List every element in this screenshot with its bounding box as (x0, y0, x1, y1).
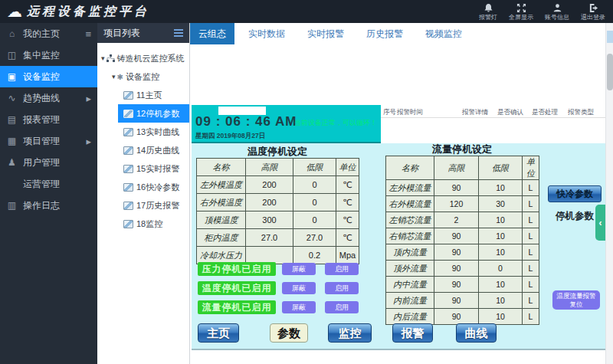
header-name: 名称 (197, 159, 246, 176)
tree-item[interactable]: 18监控 (118, 215, 189, 233)
shutdown-params-button[interactable]: 停机参数 (548, 208, 602, 224)
alarm-col-detail: 报警详情 (462, 108, 488, 117)
sidebar-item-home[interactable]: ⌂ 我的主页 ≡ (0, 23, 97, 44)
nav-alarm-button[interactable]: 报警 (392, 323, 433, 343)
quick-cool-params-button[interactable]: 快冷参数 (548, 185, 602, 202)
low-limit-cell[interactable]: 10 (479, 180, 523, 196)
sidebar-item-operation-management[interactable]: 运营管理 (0, 173, 97, 195)
low-limit-cell[interactable]: 10 (479, 228, 523, 244)
high-limit-cell[interactable]: 90 (434, 277, 479, 293)
tree-item[interactable]: 13实时曲线 (118, 123, 189, 141)
alarm-col-type: 报警类型 (568, 108, 594, 117)
tree-item[interactable]: 17历史报警 (118, 196, 189, 215)
log-icon: ▥ (6, 200, 18, 211)
sidebar-item-user-management[interactable]: ♟ 用户管理 (0, 152, 97, 173)
high-limit-cell[interactable]: 90 (434, 228, 479, 244)
sidebar-item-label: 操作日志 (23, 199, 60, 212)
sidebar-item-operation-log[interactable]: ▥ 操作日志 (0, 195, 97, 216)
caret-down-icon[interactable]: ▾ (101, 54, 105, 62)
sidebar-item-central-monitoring[interactable]: ◫ 集中监控 (0, 44, 97, 66)
flow-shutdown-table: 名称 高限 低限 单位 左外模流量 90 10 L 右外模流量 120 30 L… (385, 156, 539, 325)
enable-button[interactable]: 启用 (325, 263, 359, 275)
scrollbar-thumb[interactable] (607, 54, 613, 90)
account-info-button[interactable]: 账号信息 (545, 3, 569, 21)
low-limit-cell[interactable]: 0 (293, 212, 336, 229)
logout-button[interactable]: 退出登录 (581, 3, 605, 21)
high-limit-cell[interactable]: 120 (434, 196, 479, 212)
tree-item[interactable]: 16快冷参数 (118, 178, 189, 196)
nav-curve-button[interactable]: 曲线 (456, 323, 497, 343)
high-limit-cell[interactable]: 90 (434, 244, 479, 261)
picture-icon (123, 202, 133, 210)
high-limit-cell[interactable]: 90 (434, 180, 479, 196)
clock-panel: 09 : 06 : 46 AM 星期四 2019年08月27日 当前设备正常，可… (192, 105, 381, 143)
table-row: 柜内温度 27.0 27.0 ℃ (197, 229, 359, 247)
sidebar-item-trend-curve[interactable]: ∿ 趋势曲线 ▸ (0, 87, 97, 109)
sidebar: ⌂ 我的主页 ≡ ◫ 集中监控 ▣ 设备监控 ∿ 趋势曲线 ▸ ▤ 报表管理 ▦… (0, 23, 97, 364)
nav-home-button[interactable]: 主页 (198, 323, 239, 343)
header-unit: 单位 (336, 159, 359, 176)
low-limit-cell[interactable]: 10 (479, 244, 523, 261)
tab-cloud-config[interactable]: 云组态 (190, 23, 234, 44)
table-row: 右外模流量 120 30 L (386, 196, 539, 212)
vertical-scrollbar[interactable] (605, 23, 613, 364)
mask-button[interactable]: 屏蔽 (282, 263, 316, 275)
report-icon: ▤ (6, 114, 18, 125)
low-limit-cell[interactable]: 0 (479, 261, 523, 277)
unit-cell: L (523, 196, 539, 212)
header-high: 高限 (434, 156, 479, 180)
nav-monitor-button[interactable]: 监控 (328, 323, 372, 343)
high-limit-cell[interactable]: 90 (434, 261, 479, 277)
high-limit-cell[interactable]: 200 (246, 194, 293, 212)
mask-button[interactable]: 屏蔽 (282, 282, 316, 294)
tab-video-monitoring[interactable]: 视频监控 (417, 23, 470, 44)
low-limit-cell[interactable]: 10 (479, 212, 523, 228)
tab-history-alarm[interactable]: 历史报警 (358, 23, 411, 44)
tree-item[interactable]: 14历史曲线 (118, 141, 189, 159)
header-actions: 报警灯 全屏显示 账号信息 退出登录 (479, 3, 613, 21)
high-limit-cell[interactable]: 300 (246, 212, 293, 229)
high-limit-cell[interactable]: 2 (434, 212, 479, 228)
alarm-light-button[interactable]: 报警灯 (479, 3, 497, 21)
low-limit-cell[interactable]: 10 (479, 277, 523, 293)
tab-bar: 云组态 实时数据 实时报警 历史报警 视频监控 (190, 23, 605, 44)
low-limit-cell[interactable]: 10 (479, 309, 523, 325)
caret-down-icon[interactable]: ▾ (112, 73, 116, 80)
mask-button[interactable]: 屏蔽 (282, 301, 316, 313)
sidebar-item-label: 运营管理 (23, 178, 60, 191)
hamburger-icon[interactable]: ≡ (85, 28, 91, 40)
low-limit-cell[interactable]: 30 (479, 196, 523, 212)
high-limit-cell[interactable]: 90 (434, 293, 479, 309)
sidebar-item-device-monitoring[interactable]: ▣ 设备监控 (0, 66, 97, 87)
collapse-handle[interactable]: ‹ (595, 205, 605, 241)
tree-item-group[interactable]: ▾ ✱ 设备监控 (97, 67, 189, 86)
nav-params-button[interactable]: 参数 (270, 323, 308, 343)
tree-item[interactable]: 15实时报警 (118, 159, 189, 178)
tree-item-label: 17历史报警 (136, 200, 179, 212)
sidebar-item-label: 设备监控 (23, 71, 60, 84)
low-limit-cell[interactable]: 0 (293, 194, 336, 212)
low-limit-cell[interactable]: 27.0 (293, 229, 336, 247)
sidebar-item-project-management[interactable]: ▦ 项目管理 ▸ (0, 130, 97, 152)
enable-button[interactable]: 启用 (325, 301, 359, 313)
sidebar-item-report-management[interactable]: ▤ 报表管理 (0, 109, 97, 130)
enable-button[interactable]: 启用 (325, 282, 359, 294)
tab-realtime-alarm[interactable]: 实时报警 (299, 23, 352, 44)
temp-flow-alarm-reset-button[interactable]: 温度流量报警复位 (552, 290, 600, 310)
tree-item-root[interactable]: ▾ 铸造机云监控系统 (97, 49, 189, 67)
high-limit-cell[interactable]: 27.0 (246, 229, 293, 247)
high-limit-cell[interactable]: 200 (246, 176, 293, 194)
list-icon[interactable] (174, 29, 183, 37)
alarm-light-label: 报警灯 (479, 15, 497, 21)
tree-item[interactable]: 11主页 (118, 86, 189, 104)
tree-item-selected[interactable]: 12停机参数 (118, 104, 189, 123)
low-limit-cell[interactable]: 10 (479, 293, 523, 309)
fullscreen-button[interactable]: 全屏显示 (509, 3, 533, 21)
tree-item-label: 14历史曲线 (136, 145, 179, 156)
tree-item-label: 16快冷参数 (136, 182, 179, 193)
high-limit-cell[interactable]: 90 (434, 309, 479, 325)
project-tree: ▾ 铸造机云监控系统 ▾ ✱ 设备监控 11主页 12停机参数 13实时曲线 1… (97, 43, 189, 233)
low-limit-cell[interactable]: 0 (293, 176, 336, 194)
picture-icon (123, 220, 133, 228)
tab-realtime-data[interactable]: 实时数据 (240, 23, 293, 44)
